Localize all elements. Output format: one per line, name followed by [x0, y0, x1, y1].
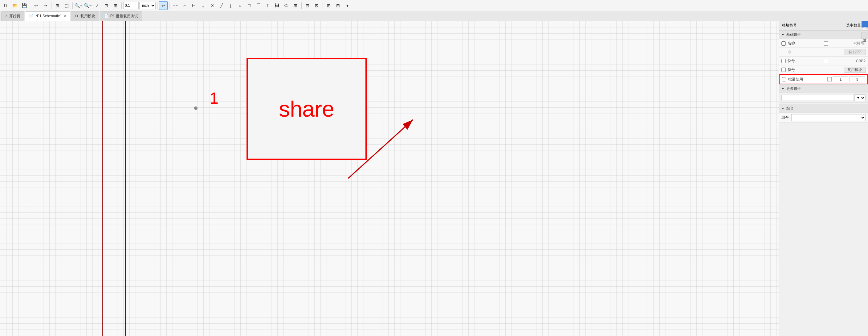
- save-button[interactable]: 💾: [20, 1, 28, 10]
- separator-7: [301, 2, 302, 9]
- name-value-checkbox[interactable]: [824, 41, 828, 46]
- component-button[interactable]: ⊠: [312, 1, 321, 10]
- new-file-button[interactable]: 🗋: [1, 1, 10, 10]
- comp-mgr-button[interactable]: ⊞: [53, 1, 62, 10]
- curve-button[interactable]: ∫: [226, 1, 235, 10]
- prop-row-symbol: 符号: [779, 65, 868, 74]
- scale-input[interactable]: [123, 2, 139, 9]
- image-button[interactable]: 🖼: [273, 1, 281, 10]
- component-label: share: [279, 96, 334, 121]
- tab-reuse-icon: 🗋: [75, 14, 79, 18]
- table2-button[interactable]: ⊞: [324, 1, 333, 10]
- basic-attrs-label: 基础属性: [786, 32, 801, 37]
- more-attrs-input[interactable]: [781, 95, 853, 101]
- separator-3: [72, 2, 73, 9]
- tab-reuse[interactable]: 🗋 复用模块: [71, 11, 99, 21]
- right-panel: 模块符号 选中数量 1 过滤 模块 ▼ 基础属性 名称 =(符号): [779, 21, 868, 336]
- zoom-area-button[interactable]: ⊡: [102, 1, 111, 10]
- circle-button[interactable]: ○: [236, 1, 244, 10]
- group-row-label: 组合: [781, 115, 789, 120]
- redo-button[interactable]: ↪: [41, 1, 50, 10]
- undo-button[interactable]: ↩: [32, 1, 40, 10]
- tab-schematic1[interactable]: 📄 *P1.Schematic1 ✕: [25, 11, 70, 21]
- wire-line: [197, 108, 250, 108]
- fit-button[interactable]: ⤢: [93, 1, 101, 10]
- component-box[interactable]: share: [247, 58, 367, 160]
- id-label: ID: [787, 50, 844, 54]
- canvas-grid: [0, 21, 779, 336]
- name-value: =(符号): [830, 41, 866, 46]
- panel-title: 模块符号: [782, 23, 797, 28]
- tab-home-label: 开始页: [9, 13, 20, 19]
- import-button[interactable]: ⬚: [62, 1, 71, 10]
- toolbar: 🗋 📂 💾 ↩ ↪ ⊞ ⬚ 🔍+ 🔍− ⤢ ⊡ ⊞ inch ↩ 〰 ⌐ ⊢ ⏚…: [0, 0, 868, 11]
- vertical-line-2: [125, 21, 126, 336]
- zoom-out-button[interactable]: 🔍−: [84, 1, 92, 10]
- separator-4: [121, 2, 122, 9]
- net-label-button[interactable]: ⊢: [189, 1, 198, 10]
- line-button[interactable]: ╱: [217, 1, 226, 10]
- prop-row-name: 名称 =(符号): [779, 39, 868, 48]
- batch-repeat-value2[interactable]: [849, 76, 865, 82]
- symbol-checkbox[interactable]: [781, 67, 786, 72]
- pointer-tool-button[interactable]: ↩: [159, 1, 167, 10]
- separator-1: [30, 2, 30, 9]
- batch-repeat-value1[interactable]: [833, 76, 848, 82]
- separator-5: [157, 2, 157, 9]
- tab-batch-test-label: P1.批量复用测试: [110, 13, 138, 19]
- bus-button[interactable]: ⌐: [180, 1, 189, 10]
- tabs-bar: ⌂ 开始页 📄 *P1.Schematic1 ✕ 🗋 复用模块 📄 P1.批量复…: [0, 11, 868, 21]
- more-button[interactable]: ⊡: [303, 1, 312, 10]
- ellipse-button[interactable]: ⬭: [282, 1, 290, 10]
- grid-button[interactable]: ⊞: [111, 1, 120, 10]
- basic-attrs-section[interactable]: ▼ 基础属性: [779, 30, 868, 39]
- batch-repeat-check[interactable]: [827, 77, 832, 81]
- section-arrow-2: ▼: [781, 87, 784, 90]
- designator-checkbox[interactable]: [781, 59, 786, 63]
- more-attrs-section[interactable]: ▼ 更多属性: [779, 84, 868, 93]
- text-button[interactable]: T: [264, 1, 272, 10]
- grid2-button[interactable]: ⊟: [334, 1, 342, 10]
- expand-button[interactable]: ▾: [343, 1, 351, 10]
- table-button[interactable]: ⊞: [291, 1, 300, 10]
- tab-batch-test-icon: 📄: [104, 14, 108, 18]
- active-side-tab[interactable]: 模块: [862, 21, 868, 27]
- group-section[interactable]: ▼ 组合: [779, 104, 868, 113]
- id-input[interactable]: [844, 49, 866, 55]
- panel-header: 模块符号 选中数量 1: [779, 21, 868, 30]
- batch-repeat-checkbox[interactable]: [782, 77, 786, 81]
- name-checkbox[interactable]: [781, 41, 786, 46]
- power-button[interactable]: ⏚: [199, 1, 207, 10]
- prop-row-designator: 位号 CBB?: [779, 57, 868, 65]
- open-file-button[interactable]: 📂: [10, 1, 19, 10]
- zoom-in-button[interactable]: 🔍+: [74, 1, 83, 10]
- arc-button[interactable]: ⌒: [254, 1, 263, 10]
- tab-home-icon: ⌂: [5, 14, 7, 18]
- group-row: 组合: [779, 113, 868, 122]
- batch-repeat-row: 批量复用: [779, 74, 868, 84]
- more-attrs-label: 更多属性: [786, 86, 801, 91]
- designator-value-checkbox[interactable]: [824, 59, 828, 63]
- tab-reuse-label: 复用模块: [81, 13, 95, 19]
- tab-batch-test[interactable]: 📄 P1.批量复用测试: [100, 11, 142, 21]
- tab-home[interactable]: ⌂ 开始页: [1, 11, 24, 21]
- group-label: 组合: [786, 106, 794, 111]
- tab-schematic1-icon: 📄: [29, 14, 34, 18]
- tab-schematic1-close[interactable]: ✕: [64, 14, 66, 18]
- section-arrow-3: ▼: [781, 107, 784, 110]
- filter-side-tab[interactable]: 过滤: [861, 32, 868, 39]
- section-arrow-1: ▼: [781, 33, 784, 36]
- separator-8: [322, 2, 323, 9]
- unit-select[interactable]: inch: [139, 2, 156, 9]
- tab-schematic1-label: *P1.Schematic1: [35, 14, 62, 18]
- no-connect-button[interactable]: ✕: [208, 1, 217, 10]
- pin-number: 1: [210, 89, 218, 107]
- more-attrs-dropdown[interactable]: ▾: [855, 94, 866, 101]
- canvas-area[interactable]: share 1: [0, 21, 779, 336]
- group-select[interactable]: [791, 114, 866, 121]
- wire-button[interactable]: 〰: [171, 1, 180, 10]
- symbol-input[interactable]: [844, 67, 866, 73]
- name-label: 名称: [787, 41, 824, 46]
- rect-button[interactable]: □: [245, 1, 254, 10]
- prop-row-id: ID: [779, 48, 868, 57]
